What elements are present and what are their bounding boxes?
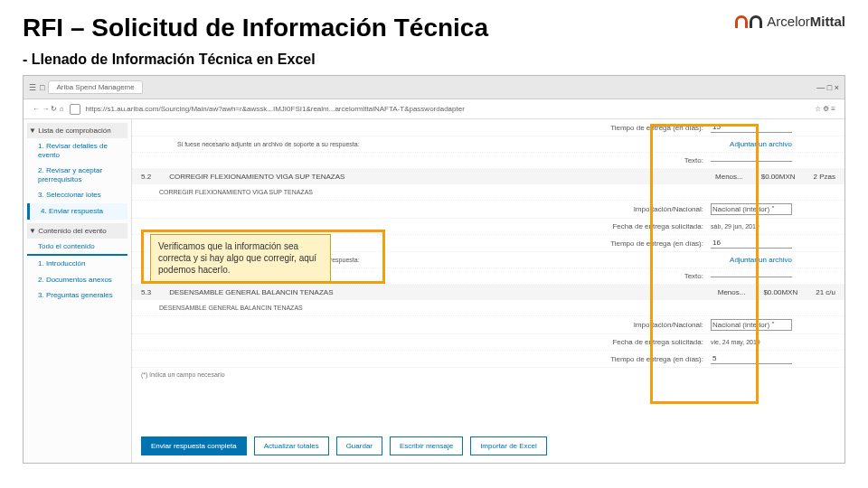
delivery3-input[interactable]: 5	[711, 353, 792, 364]
date2-label: Fecha de entrega solicitada:	[141, 338, 703, 346]
url-text: https://s1.au.ariba.com/Sourcing/Main/aw…	[86, 105, 809, 113]
submit-button[interactable]: Enviar respuesta completa	[141, 436, 247, 455]
brand-logo: ArcelorMittal	[735, 14, 845, 29]
sidebar-item-4[interactable]: 4. Enviar respuesta	[27, 203, 127, 220]
section-5-2: 5.2CORREGIR FLEXIONAMIENTO VIGA SUP TENA…	[132, 169, 844, 184]
button-bar: Enviar respuesta completa Actualizar tot…	[141, 436, 835, 455]
attach-link[interactable]: Adjuntar un archivo	[730, 140, 792, 148]
sidebar-item-2[interactable]: 2. Revisar y aceptar prerrequisitos	[27, 163, 127, 187]
required-note: (*) indica un campo necesario	[132, 368, 844, 381]
browser-tab[interactable]: Ariba Spend Manageme	[48, 80, 142, 94]
section2-subtitle: DESENSAMBLE GENERAL BALANCIN TENAZAS	[159, 305, 303, 311]
main-content: Tiempo de entrega (en días):15 Si fuese …	[132, 119, 844, 463]
import-select[interactable]: Nacional (interior) ˅	[711, 203, 792, 215]
sidebar-header[interactable]: ▼ Lista de comprobación	[27, 123, 127, 138]
date2-value: vie, 24 may, 2019	[711, 339, 792, 345]
subtitle: - Llenado de Información Técnica en Exce…	[0, 47, 868, 75]
callout-text: Verificamos que la información sea corre…	[150, 234, 331, 282]
date-value: sáb, 29 jun, 2019	[711, 223, 792, 230]
sidebar: ▼ Lista de comprobación 1. Revisar detal…	[24, 119, 132, 463]
delivery-time-label: Tiempo de entrega (en días):	[141, 124, 703, 132]
sidebar-section-2[interactable]: ▼ Contenido del evento	[27, 223, 127, 239]
update-button[interactable]: Actualizar totales	[254, 436, 329, 455]
date-label: Fecha de entrega solicitada:	[141, 222, 703, 230]
sidebar2-item-3[interactable]: 2. Documentos anexos	[27, 272, 127, 288]
text-input[interactable]	[711, 159, 792, 162]
import-button[interactable]: Importar de Excel	[470, 436, 547, 455]
section-toggle[interactable]: Menos...	[715, 173, 743, 181]
sidebar-item-1[interactable]: 1. Revisar detalles de evento	[27, 138, 127, 163]
section-5-3: 5.3DESENSAMBLE GENERAL BALANCIN TENAZAS …	[132, 285, 844, 300]
browser-tabs: ☰□ Ariba Spend Manageme — □ ×	[24, 76, 844, 99]
text2-input[interactable]	[711, 275, 792, 277]
section-subtitle: CORREGIR FLEXIONAMIENTO VIGA SUP TENAZAS	[159, 189, 313, 195]
sidebar-item-3[interactable]: 3. Seleccionar lotes	[27, 187, 127, 203]
import2-select[interactable]: Nacional (interior) ˅	[711, 319, 792, 331]
url-bar: ← → ↻ ⌂ https://s1.au.ariba.com/Sourcing…	[24, 99, 844, 119]
attach2-link[interactable]: Adjuntar un archivo	[730, 256, 792, 264]
delivery-time-input[interactable]: 15	[711, 122, 792, 133]
delivery2-input[interactable]: 16	[711, 238, 792, 249]
import2-label: Importación/Nacional:	[141, 321, 703, 329]
text-label: Texto:	[141, 156, 703, 164]
save-button[interactable]: Guardar	[336, 436, 382, 455]
sidebar2-item-2[interactable]: 1. Introducción	[27, 256, 127, 272]
import-label: Importación/Nacional:	[141, 205, 703, 213]
delivery3-label: Tiempo de entrega (en días):	[141, 355, 703, 363]
sidebar2-item-4[interactable]: 3. Preguntas generales	[27, 287, 127, 304]
screenshot-frame: ☰□ Ariba Spend Manageme — □ × ← → ↻ ⌂ ht…	[23, 75, 845, 464]
attach-text: Si fuese necesario adjunte un archivo de…	[141, 141, 722, 147]
sidebar2-item-1[interactable]: Todo el contenido	[27, 239, 127, 257]
message-button[interactable]: Escribir mensaje	[390, 436, 463, 455]
lock-icon	[70, 104, 80, 115]
page-title: RFI – Solicitud de Información Técnica	[23, 14, 488, 42]
section2-toggle[interactable]: Menos...	[718, 288, 746, 296]
